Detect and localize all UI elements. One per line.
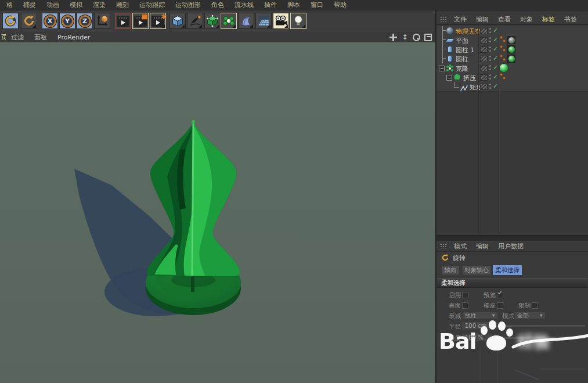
coordinate-system-button[interactable] xyxy=(94,13,110,29)
layer-stripe-icon[interactable] xyxy=(480,56,488,62)
object-row[interactable]: 物理天空 ✓ xyxy=(437,26,588,36)
rotate-tool-button[interactable] xyxy=(2,13,19,29)
object-row[interactable]: 挤压 ✓ xyxy=(437,73,588,82)
am-menu-mode[interactable]: 模式 xyxy=(449,242,471,251)
visibility-dots[interactable] xyxy=(489,65,492,72)
tag-dots-icon[interactable] xyxy=(500,73,506,81)
object-row[interactable]: 圆柱 ✓ xyxy=(437,54,588,64)
grid-handle-icon[interactable] xyxy=(440,17,447,22)
layer-stripe-icon[interactable] xyxy=(480,28,488,34)
visibility-dots[interactable] xyxy=(489,56,492,63)
object-row[interactable]: 平面 ✓ xyxy=(437,35,588,45)
material-tag-icon[interactable] xyxy=(507,36,515,44)
viewport-menu-prorender[interactable]: ProRender xyxy=(52,34,96,41)
subdivision-surface-button[interactable] xyxy=(204,13,221,29)
menu-item[interactable]: 帮助 xyxy=(329,1,352,9)
am-menu-edit[interactable]: 编辑 xyxy=(471,242,493,251)
object-row[interactable]: 圆柱 1 ✓ xyxy=(437,45,588,55)
maximize-view-icon[interactable] xyxy=(424,34,432,41)
visibility-dots[interactable] xyxy=(489,46,492,53)
layer-stripe-icon[interactable] xyxy=(480,37,488,44)
layer-stripe-icon[interactable] xyxy=(480,65,488,71)
object-row[interactable]: 克隆 ✓ xyxy=(437,63,588,73)
om-menu-edit[interactable]: 编辑 xyxy=(471,15,493,24)
axis-x-lock-button[interactable]: X xyxy=(42,13,58,29)
surface-checkbox[interactable] xyxy=(462,302,468,309)
om-menu-view[interactable]: 查看 xyxy=(493,15,515,24)
strength-slider[interactable] xyxy=(495,337,585,339)
enable-check[interactable]: ✓ xyxy=(493,73,498,81)
menu-item[interactable]: 渲染 xyxy=(88,1,111,9)
spline-pen-button[interactable] xyxy=(187,13,203,29)
radius-slider[interactable] xyxy=(495,325,585,327)
material-tag-icon[interactable] xyxy=(507,55,515,63)
primitive-cube-button[interactable] xyxy=(169,13,186,29)
menu-item[interactable]: 格 xyxy=(1,1,18,9)
axis-z-lock-button[interactable]: Z xyxy=(77,13,93,29)
camera-button[interactable] xyxy=(273,13,289,29)
light-button[interactable] xyxy=(290,13,306,29)
enable-check[interactable]: ✓ xyxy=(493,64,498,71)
menu-item[interactable]: 模拟 xyxy=(64,1,88,9)
om-menu-file[interactable]: 文件 xyxy=(449,15,471,24)
om-menu-object[interactable]: 对象 xyxy=(515,15,538,24)
pan-view-icon[interactable] xyxy=(389,34,397,41)
tab-axis[interactable]: 轴向 xyxy=(441,265,460,275)
tag-dots-icon[interactable] xyxy=(500,55,506,62)
visibility-dots[interactable] xyxy=(489,84,492,91)
menu-item[interactable]: 动画 xyxy=(41,1,64,9)
object-row[interactable]: 矩形 ✓ xyxy=(437,82,588,92)
menu-item[interactable]: 捕捉 xyxy=(18,1,41,9)
limit-checkbox[interactable] xyxy=(532,302,538,309)
mode-select[interactable]: 全部 ▼ xyxy=(514,312,546,319)
menu-item[interactable]: 角色 xyxy=(206,1,229,9)
enable-check[interactable]: ✓ xyxy=(493,27,498,34)
material-tag-icon[interactable] xyxy=(507,45,515,53)
menu-item[interactable]: 雕刻 xyxy=(111,1,134,9)
render-view-button[interactable] xyxy=(115,13,131,29)
tab-soft-selection[interactable]: 柔和选择 xyxy=(493,265,522,275)
menu-item[interactable]: 插件 xyxy=(259,1,282,9)
enable-check[interactable]: ✓ xyxy=(493,45,498,53)
rotate-flyout-button[interactable] xyxy=(21,13,37,29)
rotate-view-icon[interactable] xyxy=(413,34,420,41)
visibility-dots[interactable] xyxy=(489,28,492,35)
enable-check[interactable]: ✓ xyxy=(493,36,498,44)
menu-item[interactable]: 运动图形 xyxy=(170,1,206,9)
grid-handle-icon[interactable] xyxy=(440,244,447,249)
menu-item[interactable]: 运动跟踪 xyxy=(134,1,170,9)
om-menu-bookmark[interactable]: 书签 xyxy=(560,15,582,24)
layer-stripe-icon[interactable] xyxy=(480,46,488,53)
floor-environment-button[interactable] xyxy=(255,13,272,29)
tab-object-axis[interactable]: 对象轴心 xyxy=(462,265,491,275)
zoom-view-icon[interactable]: ↕ xyxy=(401,34,409,41)
rubber-checkbox[interactable] xyxy=(497,302,503,309)
menu-item[interactable]: 脚本 xyxy=(282,1,305,9)
layer-stripe-icon[interactable] xyxy=(480,84,488,90)
axis-y-lock-button[interactable]: Y xyxy=(59,13,75,29)
viewport-menu-filter[interactable]: 过滤 xyxy=(6,33,29,42)
om-menu-tags[interactable]: 标签 xyxy=(538,15,560,24)
enable-check[interactable]: ✓ xyxy=(493,82,498,90)
menu-item[interactable]: 流水线 xyxy=(229,1,259,9)
deformer-button[interactable] xyxy=(238,13,254,29)
render-settings-button[interactable]: ✱ xyxy=(150,13,166,29)
strength-input[interactable]: 100 % xyxy=(462,334,492,341)
visibility-dots[interactable] xyxy=(489,37,492,44)
expand-toggle[interactable] xyxy=(439,66,445,71)
falloff-select[interactable]: 线性 ▼ xyxy=(462,312,498,319)
menu-item[interactable]: 窗口 xyxy=(305,1,329,9)
expand-toggle[interactable] xyxy=(446,75,452,81)
layer-stripe-icon[interactable] xyxy=(480,74,488,81)
render-picture-viewer-button[interactable] xyxy=(132,13,149,29)
viewport-menu-panel[interactable]: 面板 xyxy=(29,33,52,42)
falloff-curve[interactable] xyxy=(437,348,588,383)
viewport-canvas[interactable] xyxy=(0,42,435,383)
material-tag-icon[interactable] xyxy=(500,64,508,72)
visibility-dots[interactable] xyxy=(489,74,492,81)
tag-dots-icon[interactable] xyxy=(500,45,506,53)
tag-dots-icon[interactable] xyxy=(500,36,506,44)
viewport-menu-item[interactable]: 页 xyxy=(0,33,6,42)
mograph-cloner-button[interactable] xyxy=(221,13,237,29)
am-menu-userdata[interactable]: 用户数据 xyxy=(493,242,528,251)
